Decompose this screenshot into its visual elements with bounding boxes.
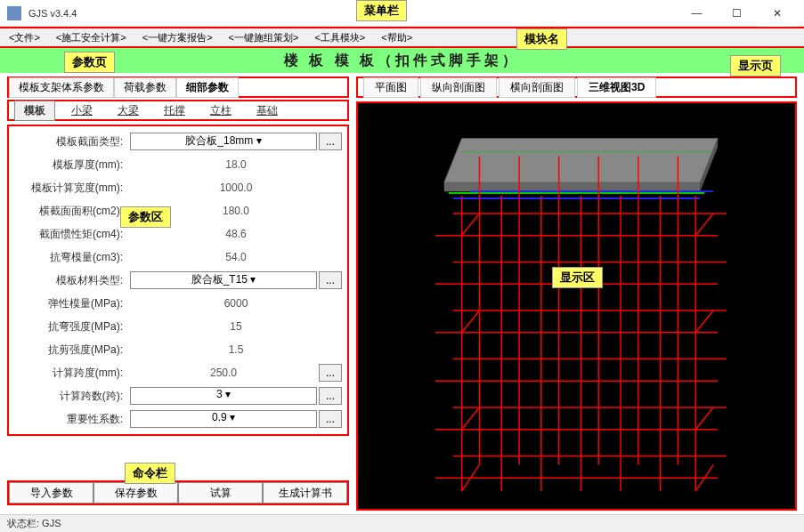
trial-calc-button[interactable]: 试算 [178, 482, 263, 504]
menu-one-click-report[interactable]: <一键方案报告> [137, 29, 218, 46]
callout-command-bar: 命令栏 [125, 463, 175, 484]
param-label: 模板材料类型: [14, 273, 130, 288]
param-label: 抗剪强度(MPa): [14, 343, 130, 358]
param-label: 模板计算宽度(mm): [14, 181, 130, 196]
view-tab-3d[interactable]: 三维视图3D [577, 77, 656, 98]
callout-display-area: 显示区 [552, 267, 603, 288]
window-controls: — ☐ ✕ [677, 0, 797, 27]
param-tab-system[interactable]: 模板支架体系参数 [9, 77, 114, 98]
status-text: 状态栏: GJS [7, 518, 61, 528]
view-tabs: 平面图 纵向剖面图 横向剖面图 三维视图3D [356, 77, 797, 98]
sub-tab-column[interactable]: 立柱 [201, 101, 240, 120]
param-row: 截面惯性矩(cm4):48.6 [14, 222, 342, 246]
param-row: 抗弯模量(cm3):54.0 [14, 246, 342, 269]
module-name: 楼 板 模 板（扣件式脚手架） [284, 52, 520, 70]
sub-tabs: 模板 小梁 大梁 托撑 立柱 基础 [7, 100, 349, 121]
callout-module-name: 模块名 [516, 28, 567, 50]
maximize-button[interactable]: ☐ [717, 0, 757, 27]
svg-line-36 [462, 407, 480, 430]
param-value: 1000.0 [130, 181, 342, 194]
param-label: 重要性系数: [14, 412, 130, 427]
viewport-3d[interactable] [356, 101, 797, 511]
param-value: 18.0 [130, 158, 342, 171]
sub-tab-foundation[interactable]: 基础 [248, 101, 287, 120]
param-row: 模板计算宽度(mm):1000.0 [14, 176, 342, 199]
param-label: 模板厚度(mm): [14, 157, 130, 173]
param-label: 抗弯模量(cm3): [14, 250, 130, 265]
svg-line-35 [695, 310, 713, 333]
param-tabs: 模板支架体系参数 荷载参数 细部参数 [7, 77, 349, 98]
param-value[interactable]: 250.0 [130, 367, 317, 379]
right-panel: 平面图 纵向剖面图 横向剖面图 三维视图3D [356, 73, 804, 514]
svg-line-33 [695, 214, 713, 236]
param-label: 截面惯性矩(cm4): [14, 227, 130, 242]
param-more-button[interactable]: ... [319, 271, 342, 289]
param-area: 模板截面类型:胶合板_18mm ▾...模板厚度(mm):18.0模板计算宽度(… [7, 125, 349, 436]
param-more-button[interactable]: ... [319, 133, 342, 150]
callout-menubar: 菜单栏 [356, 0, 407, 21]
minimize-button[interactable]: — [677, 0, 717, 27]
param-label: 横截面面积(cm2): [14, 204, 130, 219]
param-row: 横截面面积(cm2):180.0 [14, 199, 342, 222]
import-params-button[interactable]: 导入参数 [9, 482, 93, 504]
param-tab-load[interactable]: 荷载参数 [114, 77, 176, 98]
svg-marker-0 [444, 139, 718, 183]
menu-construction-safety[interactable]: <施工安全计算> [51, 29, 132, 46]
menu-file[interactable]: <文件> [4, 29, 45, 46]
param-select[interactable]: 3 ▾ [130, 387, 317, 405]
callout-display-page: 显示页 [730, 55, 781, 77]
sub-tab-support[interactable]: 托撑 [155, 101, 194, 120]
param-row: 计算跨度(mm):250.0... [14, 361, 342, 384]
param-tab-detail[interactable]: 细部参数 [176, 77, 239, 98]
param-value: 1.5 [130, 343, 342, 356]
param-label: 模板截面类型: [14, 134, 130, 149]
menubar: <文件> <施工安全计算> <一键方案报告> <一键施组策划> <工具模块> <… [0, 27, 804, 48]
sub-tab-small-beam[interactable]: 小梁 [62, 101, 102, 120]
param-label: 计算跨数(跨): [14, 389, 130, 404]
param-label: 计算跨度(mm): [14, 366, 130, 381]
param-row: 弹性模量(MPa):6000 [14, 292, 342, 315]
svg-line-37 [695, 407, 713, 430]
param-value: 54.0 [130, 251, 342, 263]
left-panel: 模板支架体系参数 荷载参数 细部参数 模板 小梁 大梁 托撑 立柱 基础 模板截… [0, 73, 356, 514]
menu-help[interactable]: <帮助> [376, 29, 418, 46]
menu-one-click-plan[interactable]: <一键施组策划> [223, 29, 305, 46]
generate-report-button[interactable]: 生成计算书 [263, 482, 347, 504]
view-tab-cross-section[interactable]: 横向剖面图 [499, 77, 575, 98]
view-tab-long-section[interactable]: 纵向剖面图 [420, 77, 497, 98]
param-row: 抗剪强度(MPa):1.5 [14, 338, 342, 361]
view-tab-plan[interactable]: 平面图 [363, 77, 418, 98]
save-params-button[interactable]: 保存参数 [93, 482, 178, 504]
param-value: 48.6 [130, 228, 342, 240]
param-row: 计算跨数(跨):3 ▾... [14, 384, 342, 407]
sub-tab-large-beam[interactable]: 大梁 [109, 101, 148, 120]
param-row: 模板厚度(mm):18.0 [14, 153, 342, 176]
app-title: GJS v3.4.4 [28, 8, 677, 19]
svg-marker-1 [444, 182, 700, 191]
param-more-button[interactable]: ... [319, 410, 342, 428]
command-bar: 导入参数 保存参数 试算 生成计算书 [7, 480, 349, 505]
svg-line-32 [462, 214, 480, 236]
close-button[interactable]: ✕ [757, 0, 797, 27]
content: 模板支架体系参数 荷载参数 细部参数 模板 小梁 大梁 托撑 立柱 基础 模板截… [0, 73, 804, 514]
param-more-button[interactable]: ... [319, 387, 342, 405]
param-label: 弹性模量(MPa): [14, 296, 130, 311]
callout-param-area: 参数区 [120, 206, 171, 228]
param-row: 模板截面类型:胶合板_18mm ▾... [14, 130, 342, 153]
module-name-bar: 楼 板 模 板（扣件式脚手架） [0, 48, 804, 73]
param-select[interactable]: 0.9 ▾ [130, 410, 317, 428]
param-value: 15 [130, 320, 342, 333]
callout-param-page: 参数页 [64, 52, 115, 73]
param-value: 6000 [130, 297, 342, 310]
param-select[interactable]: 胶合板_T15 ▾ [130, 271, 317, 289]
statusbar: 状态栏: GJS [0, 514, 804, 532]
param-row: 模板材料类型:胶合板_T15 ▾... [14, 269, 342, 292]
param-select[interactable]: 胶合板_18mm ▾ [130, 133, 317, 150]
param-row: 抗弯强度(MPa):15 [14, 315, 342, 338]
param-more-button[interactable]: ... [319, 364, 342, 382]
menu-tool-module[interactable]: <工具模块> [309, 29, 370, 46]
svg-line-34 [462, 310, 480, 333]
param-row: 重要性系数:0.9 ▾... [14, 407, 342, 431]
sub-tab-template[interactable]: 模板 [14, 101, 55, 121]
app-icon [7, 6, 21, 20]
